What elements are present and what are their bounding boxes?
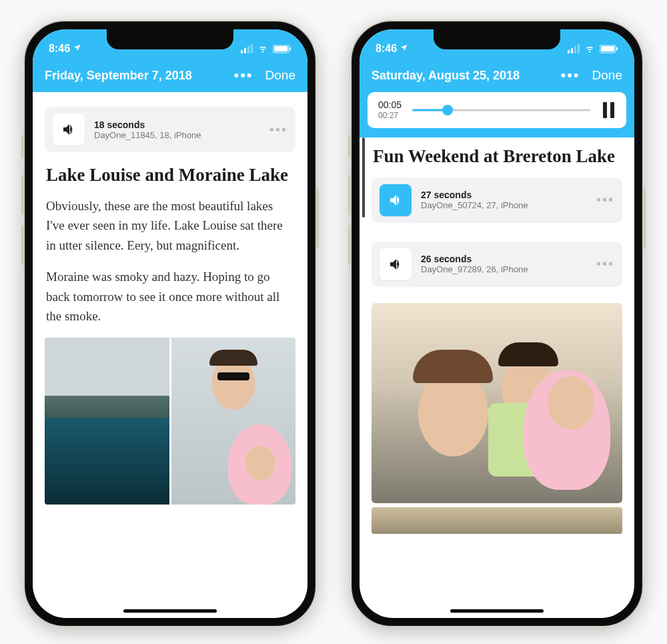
more-menu-button[interactable]: •••: [233, 68, 253, 83]
audio-filename: DayOne_11845, 18, iPhone: [94, 130, 260, 140]
wifi-icon: [257, 44, 269, 53]
audio-duration: 18 seconds: [94, 119, 260, 130]
location-arrow-icon: [73, 43, 81, 55]
entry-paragraph: Obviously, these are the most beautiful …: [46, 196, 294, 255]
entry-title: Lake Louise and Moraine Lake: [46, 164, 294, 187]
photo-thumbnail[interactable]: [45, 338, 169, 505]
audio-more-button[interactable]: •••: [596, 192, 614, 208]
photo-thumbnail[interactable]: [372, 303, 622, 503]
audio-filename: DayOne_97289, 26, iPhone: [421, 264, 587, 274]
done-button[interactable]: Done: [265, 68, 295, 83]
audio-attachment-card[interactable]: 27 seconds DayOne_50724, 27, iPhone •••: [372, 178, 622, 223]
audio-filename: DayOne_50724, 27, iPhone: [421, 200, 587, 210]
scroll-indicator: [362, 137, 365, 218]
more-menu-button[interactable]: •••: [560, 68, 580, 83]
pause-button[interactable]: [601, 102, 616, 118]
audio-more-button[interactable]: •••: [596, 256, 614, 272]
speaker-icon: [380, 184, 412, 216]
audio-duration: 26 seconds: [421, 254, 587, 264]
phone-left: 8:46 Friday, September 7, 2018: [23, 20, 317, 627]
battery-icon: [600, 45, 618, 53]
photo-grid: [45, 338, 295, 505]
audio-more-button[interactable]: •••: [269, 122, 287, 137]
cellular-bars-icon: [568, 44, 580, 53]
entry-date[interactable]: Friday, September 7, 2018: [45, 69, 192, 83]
speaker-icon: [53, 113, 85, 145]
battery-icon: [273, 45, 291, 53]
cellular-bars-icon: [241, 44, 253, 53]
svg-rect-2: [289, 47, 291, 50]
audio-attachment-card[interactable]: 18 seconds DayOne_11845, 18, iPhone •••: [45, 107, 295, 152]
home-indicator[interactable]: [450, 609, 544, 613]
svg-rect-5: [616, 47, 618, 50]
entry-date[interactable]: Saturday, August 25, 2018: [372, 69, 520, 83]
notch: [107, 29, 233, 49]
home-indicator[interactable]: [123, 609, 217, 613]
svg-rect-1: [274, 45, 287, 51]
entry-title: Fun Weekend at Brereton Lake: [373, 145, 621, 168]
notch: [434, 29, 560, 49]
wifi-icon: [584, 44, 596, 53]
photo-thumbnail[interactable]: [171, 338, 296, 505]
svg-rect-4: [601, 45, 614, 51]
audio-duration: 27 seconds: [421, 190, 587, 200]
status-time: 8:46: [49, 43, 70, 55]
photo-thumbnail[interactable]: [372, 507, 622, 534]
phone-right: 8:46 Saturday, August 25, 2018: [350, 20, 644, 627]
audio-player: 00:05 00:27: [368, 92, 626, 128]
player-elapsed-time: 00:05: [378, 99, 402, 111]
audio-attachment-card[interactable]: 26 seconds DayOne_97289, 26, iPhone •••: [372, 242, 622, 287]
playback-slider[interactable]: [412, 102, 590, 118]
player-total-time: 00:27: [378, 111, 402, 121]
status-time: 8:46: [376, 43, 397, 55]
speaker-icon: [380, 248, 412, 280]
location-arrow-icon: [400, 43, 408, 55]
done-button[interactable]: Done: [592, 68, 622, 83]
entry-paragraph: Moraine was smoky and hazy. Hoping to go…: [46, 267, 294, 326]
